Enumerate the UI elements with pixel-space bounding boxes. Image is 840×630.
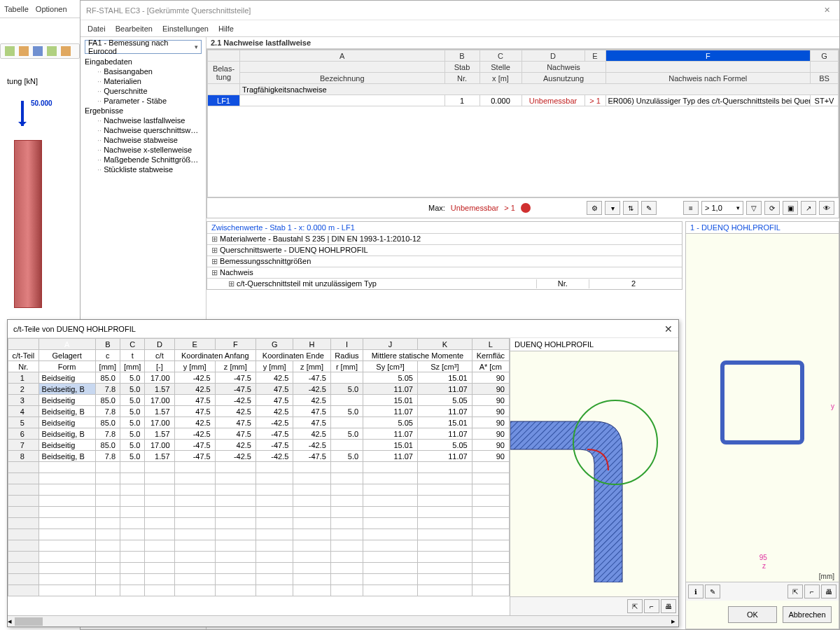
interm-row[interactable]: Nachweis <box>211 268 253 277</box>
toolbar-icon[interactable] <box>19 46 29 56</box>
tree-item[interactable]: Maßgebende Schnittgrößen stabweise <box>85 155 202 164</box>
tree-item[interactable]: Nachweise lastfallweise <box>85 115 202 125</box>
table-row[interactable]: 4Beidseitig, B7.85.01.5747.542.542.547.5… <box>8 406 510 417</box>
col-letter[interactable]: H <box>293 339 330 350</box>
horizontal-scrollbar[interactable]: ◂▸ <box>8 615 678 626</box>
col-letter[interactable]: L <box>472 339 509 350</box>
col-header[interactable]: E <box>584 50 606 62</box>
ct-table[interactable]: ABCDEFGHIJKL c/t-TeilGelagertctc/tKoordi… <box>8 338 510 615</box>
tool-button[interactable]: ▾ <box>605 201 620 215</box>
tree-root-result[interactable]: Ergebnisse <box>85 106 202 115</box>
col-header: [mm] <box>95 361 120 372</box>
col-letter[interactable]: D <box>145 339 174 350</box>
col-header: c <box>95 350 120 361</box>
col-header: r [mm] <box>330 361 363 372</box>
view-button[interactable]: 👁 <box>819 201 834 215</box>
table-row[interactable]: 3Beidseitig85.05.017.0047.5-42.547.542.5… <box>8 395 510 406</box>
info-button[interactable]: ℹ <box>688 584 704 598</box>
tree-root-input[interactable]: Eingabedaten <box>85 57 202 66</box>
table-row[interactable]: 1Beidseitig85.05.017.00-42.5-47.542.5-47… <box>8 372 510 384</box>
col-letter[interactable]: A <box>38 339 95 350</box>
col-letter[interactable]: F <box>215 339 255 350</box>
toolbar-icon[interactable] <box>33 46 43 56</box>
col-header[interactable]: A <box>240 50 445 62</box>
col-header[interactable]: C <box>479 50 522 62</box>
table-row[interactable]: 8Beidseitig, B7.85.01.57-47.5-42.5-42.5-… <box>8 451 510 462</box>
menu-datei[interactable]: Datei <box>88 24 106 33</box>
tool-button[interactable]: ↗ <box>801 201 816 215</box>
menu-bearbeiten[interactable]: Bearbeiten <box>115 24 153 33</box>
close-icon[interactable]: ✕ <box>824 6 834 15</box>
intermediate-values[interactable]: Zwischenwerte - Stab 1 - x: 0.000 m - LF… <box>206 221 682 290</box>
toolbar-icon[interactable] <box>61 46 71 56</box>
menu-hilfe[interactable]: Hilfe <box>218 24 234 33</box>
interm-row[interactable]: Bemessungsschnittgrößen <box>211 257 311 266</box>
tree-item[interactable]: Nachweise stabweise <box>85 135 202 145</box>
preview-title: DUENQ HOHLPROFIL <box>510 338 678 351</box>
interm-row[interactable]: Querschnittswerte - DUENQ HOHLPROFIL <box>211 246 368 255</box>
tool-button[interactable]: ⇅ <box>623 201 638 215</box>
tree-item[interactable]: Querschnitte <box>85 86 202 96</box>
tool-button[interactable]: ⌐ <box>804 584 820 598</box>
nav-tree[interactable]: Eingabedaten Basisangaben Materialien Qu… <box>85 57 202 174</box>
bg-menubar[interactable]: Tabelle Optionen <box>0 0 80 18</box>
col-header: Kernfläc <box>472 350 509 361</box>
col-letter[interactable]: I <box>330 339 363 350</box>
table-row[interactable]: 7Beidseitig85.05.017.00-47.542.5-47.5-42… <box>8 440 510 451</box>
filter-button[interactable]: ▽ <box>746 201 762 215</box>
print-button[interactable]: 🖶 <box>821 584 836 598</box>
cancel-button[interactable]: Abbrechen <box>783 606 832 623</box>
tool-button[interactable]: ≡ <box>683 201 699 215</box>
col-header[interactable]: D <box>522 50 584 62</box>
col-letter[interactable]: K <box>417 339 472 350</box>
bg-menu-optionen[interactable]: Optionen <box>36 5 67 13</box>
col-header[interactable]: F <box>606 50 811 62</box>
toolbar-icon[interactable] <box>5 46 15 56</box>
tool-button[interactable]: ⌐ <box>644 599 659 613</box>
tool-button[interactable]: ⇱ <box>788 584 803 598</box>
col-header: A* [cm <box>472 361 509 372</box>
tool-button[interactable]: ⇱ <box>627 599 643 613</box>
col-letter[interactable]: E <box>174 339 215 350</box>
col-letter[interactable]: J <box>363 339 418 350</box>
tool-button[interactable]: ✎ <box>641 201 657 215</box>
table-row[interactable]: 6Beidseitig, B7.85.01.57-42.547.5-47.542… <box>8 428 510 440</box>
col-header[interactable] <box>208 50 240 62</box>
tree-item[interactable]: Materialien <box>85 76 202 86</box>
menubar[interactable]: Datei Bearbeiten Einstellungen Hilfe <box>80 20 839 37</box>
tree-item[interactable]: Nachweise querschnittsweise <box>85 125 202 135</box>
col-header: Stab <box>444 62 479 73</box>
table-row[interactable]: 2Beidseitig, B7.85.01.5742.5-47.547.5-42… <box>8 384 510 395</box>
bg-toolbar[interactable] <box>0 43 80 59</box>
tool-button[interactable]: ✎ <box>705 584 720 598</box>
tool-button[interactable]: ⚙ <box>587 201 602 215</box>
col-letter[interactable] <box>8 339 39 350</box>
menu-einstellungen[interactable]: Einstellungen <box>162 24 209 33</box>
close-icon[interactable]: ✕ <box>664 323 673 335</box>
toolbar-icon[interactable] <box>47 46 57 56</box>
col-header[interactable]: B <box>444 50 479 62</box>
tool-button[interactable]: ▣ <box>783 201 798 215</box>
col-header[interactable]: G <box>811 50 839 62</box>
tree-item[interactable]: Nachweise x-stellenweise <box>85 145 202 155</box>
scale-combo[interactable]: > 1,0▾ <box>701 201 743 215</box>
ok-button[interactable]: OK <box>728 606 777 623</box>
cell-ausnutzung: Unbemessbar <box>522 95 584 106</box>
tree-item[interactable]: Parameter - Stäbe <box>85 96 202 106</box>
col-header: Gelagert <box>38 350 95 361</box>
tool-button[interactable]: ⟳ <box>764 201 780 215</box>
case-combo[interactable]: FA1 - Bemessung nach Eurocod ▾ <box>85 40 202 54</box>
table-row[interactable]: 5Beidseitig85.05.017.0042.547.5-42.547.5… <box>8 417 510 428</box>
interm-row[interactable]: Materialwerte - Baustahl S 235 | DIN EN … <box>211 234 421 244</box>
col-header: [mm] <box>120 361 145 372</box>
nr-value: 2 <box>589 279 678 288</box>
tree-item[interactable]: Basisangaben <box>85 66 202 76</box>
col-letter[interactable]: C <box>120 339 145 350</box>
tree-item[interactable]: Stückliste stabweise <box>85 164 202 174</box>
table-row[interactable]: LF1 1 0.000 Unbemessbar > 1 ER006) Unzul… <box>208 95 839 106</box>
print-button[interactable]: 🖶 <box>661 599 676 613</box>
col-letter[interactable]: B <box>95 339 120 350</box>
col-letter[interactable]: G <box>255 339 293 350</box>
bg-menu-tabelle[interactable]: Tabelle <box>4 5 29 13</box>
results-grid[interactable]: A B C D E F G Belas-tung Stab Stelle Nac… <box>206 49 839 198</box>
